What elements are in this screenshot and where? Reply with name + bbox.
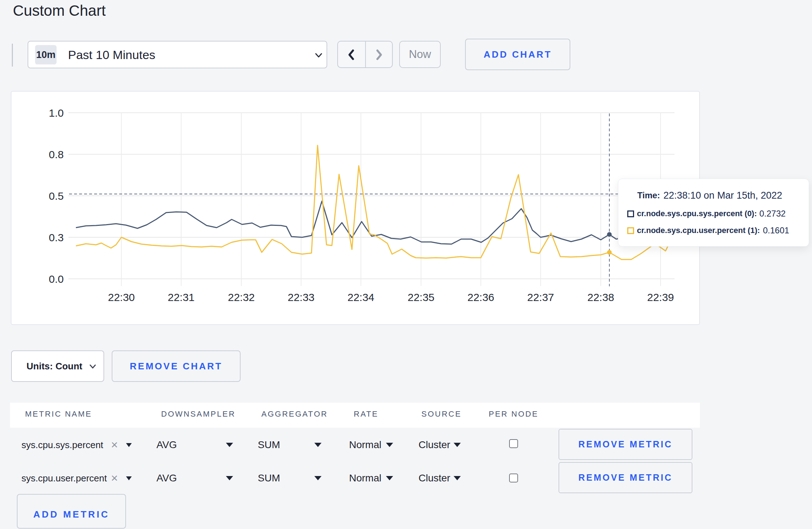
svg-text:1.0: 1.0 — [49, 107, 64, 119]
svg-text:22:35: 22:35 — [407, 291, 434, 303]
svg-text:22:30: 22:30 — [108, 291, 135, 303]
svg-text:0.3: 0.3 — [49, 232, 64, 243]
svg-text:0.5: 0.5 — [49, 190, 64, 202]
svg-text:22:38: 22:38 — [587, 291, 614, 303]
svg-text:22:36: 22:36 — [467, 291, 494, 303]
svg-text:22:37: 22:37 — [527, 291, 554, 303]
svg-text:22:39: 22:39 — [647, 291, 674, 303]
svg-text:22:31: 22:31 — [168, 291, 194, 303]
svg-text:22:32: 22:32 — [228, 291, 255, 303]
svg-text:0.8: 0.8 — [49, 149, 64, 160]
svg-text:22:34: 22:34 — [347, 291, 374, 303]
svg-text:0.0: 0.0 — [49, 273, 64, 285]
svg-text:22:33: 22:33 — [287, 291, 314, 303]
